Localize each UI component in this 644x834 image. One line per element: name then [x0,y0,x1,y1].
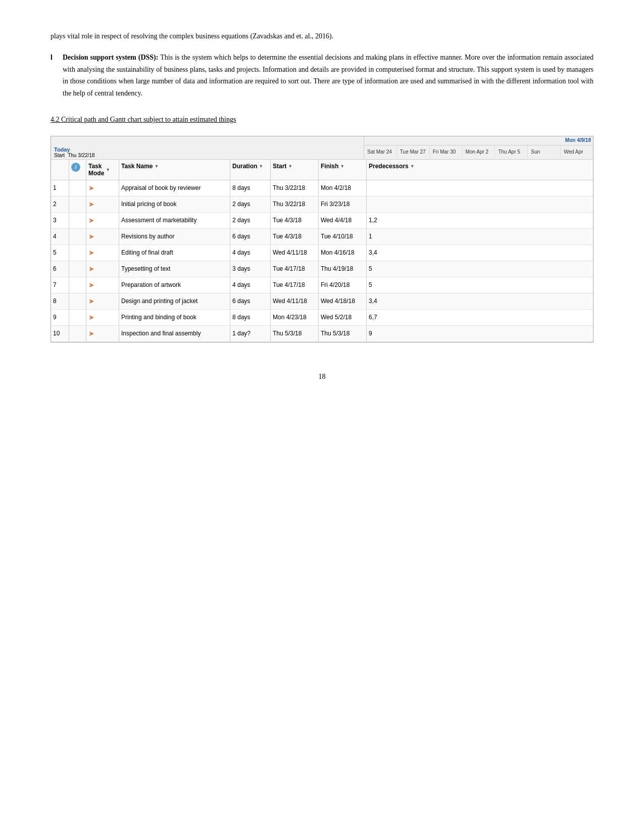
row-info [69,245,86,261]
predecessors-label: Predecessors [369,163,409,170]
row-duration: 8 days [230,310,271,325]
bullet-item-dss: l Decision support system (DSS): This is… [51,52,593,100]
row-start: Thu 5/3/18 [271,326,319,341]
predecessors-sort-arrow: ▼ [410,164,415,169]
row-task-mode: ➤ [86,277,119,293]
bullet-term: Decision support system (DSS): [63,54,158,61]
mon-apr-label: Mon 4/9/18 [565,137,591,143]
row-duration: 2 days [230,213,271,228]
row-predecessors: 3,4 [367,293,593,309]
row-finish: Thu 4/19/18 [319,261,367,277]
row-finish: Fri 4/20/18 [319,277,367,293]
col-header-start[interactable]: Start ▼ [271,160,319,180]
task-mode-icon: ➤ [88,281,94,289]
start-date: Thu 3/22/18 [68,153,94,158]
start-label: Start [54,153,65,158]
page-number: 18 [51,373,593,381]
row-info [69,293,86,309]
row-task-mode: ➤ [86,310,119,325]
table-row: 6 ➤ Typesetting of text 3 days Tue 4/17/… [51,261,593,277]
row-num: 2 [51,197,69,212]
row-info [69,213,86,228]
row-num: 8 [51,293,69,309]
table-row: 7 ➤ Preparation of artwork 4 days Tue 4/… [51,277,593,293]
row-num: 6 [51,261,69,277]
start-date-area: Start Thu 3/22/18 [54,153,361,158]
task-mode-icon: ➤ [88,200,94,208]
row-predecessors: 1 [367,229,593,244]
task-name-label: Task Name [121,163,153,170]
tdate-7: Wed Apr [561,145,593,159]
task-mode-icon: ➤ [88,232,94,240]
col-header-task-mode[interactable]: TaskMode ▼ [86,160,119,180]
col-header-duration[interactable]: Duration ▼ [230,160,271,180]
row-task-name: Design and printing of jacket [119,293,230,309]
row-task-name: Inspection and final assembly [119,326,230,341]
task-name-sort-arrow: ▼ [154,164,159,169]
start-col-label: Start [273,163,286,170]
bullet-content: Decision support system (DSS): This is t… [63,52,593,100]
row-start: Tue 4/17/18 [271,277,319,293]
start-sort-arrow: ▼ [288,164,292,169]
row-finish: Thu 5/3/18 [319,326,367,341]
table-row: 10 ➤ Inspection and final assembly 1 day… [51,326,593,342]
gantt-top-left: Today Start Thu 3/22/18 [51,136,364,159]
row-finish: Mon 4/16/18 [319,245,367,261]
row-predecessors: 1,2 [367,213,593,228]
row-start: Wed 4/11/18 [271,293,319,309]
task-mode-icon: ➤ [88,184,94,192]
row-start: Wed 4/11/18 [271,245,319,261]
col-header-finish[interactable]: Finish ▼ [319,160,367,180]
duration-label: Duration [232,163,257,170]
row-task-name: Typesetting of text [119,261,230,277]
gantt-timeline-bar: Today Start Thu 3/22/18 Mon 4/9/18 Sat M… [51,136,593,160]
row-start: Thu 3/22/18 [271,180,319,196]
row-task-mode: ➤ [86,261,119,277]
row-num: 3 [51,213,69,228]
col-header-task-name[interactable]: Task Name ▼ [119,160,230,180]
row-num: 5 [51,245,69,261]
table-row: 9 ➤ Printing and binding of book 8 days … [51,310,593,326]
row-task-name: Revisions by author [119,229,230,244]
row-finish: Fri 3/23/18 [319,197,367,212]
task-mode-icon: ➤ [88,313,94,321]
row-predecessors: 9 [367,326,593,341]
tdate-2: Tue Mar 27 [397,145,430,159]
row-task-name: Initial pricing of book [119,197,230,212]
row-duration: 6 days [230,229,271,244]
task-mode-label: TaskMode [88,163,104,177]
row-info [69,180,86,196]
today-label: Today [54,146,361,153]
row-task-mode: ➤ [86,180,119,196]
row-duration: 4 days [230,277,271,293]
row-info [69,326,86,341]
row-task-mode: ➤ [86,245,119,261]
row-predecessors: 5 [367,277,593,293]
row-finish: Wed 4/18/18 [319,293,367,309]
row-finish: Wed 4/4/18 [319,213,367,228]
row-num: 7 [51,277,69,293]
row-start: Thu 3/22/18 [271,197,319,212]
table-row: 4 ➤ Revisions by author 6 days Tue 4/3/1… [51,229,593,245]
row-start: Tue 4/3/18 [271,229,319,244]
gantt-header-row: i TaskMode ▼ Task Name ▼ Duration ▼ Star… [51,160,593,180]
tdate-5: Thu Apr 5 [495,145,528,159]
table-row: 3 ➤ Assessment of marketability 2 days T… [51,213,593,229]
row-info [69,277,86,293]
row-finish: Mon 4/2/18 [319,180,367,196]
gantt-chart: Today Start Thu 3/22/18 Mon 4/9/18 Sat M… [51,136,593,342]
col-header-predecessors[interactable]: Predecessors ▼ [367,160,593,180]
tdate-3: Fri Mar 30 [430,145,463,159]
row-task-mode: ➤ [86,326,119,341]
row-predecessors: 5 [367,261,593,277]
row-task-name: Printing and binding of book [119,310,230,325]
duration-sort-arrow: ▼ [259,164,263,169]
paragraph-1: plays vital role in respect of resolving… [51,30,593,42]
row-duration: 2 days [230,197,271,212]
task-mode-icon: ➤ [88,216,94,224]
task-mode-icon: ➤ [88,329,94,337]
table-row: 2 ➤ Initial pricing of book 2 days Thu 3… [51,197,593,213]
row-num: 9 [51,310,69,325]
row-task-name: Appraisal of book by reviewer [119,180,230,196]
row-info [69,310,86,325]
